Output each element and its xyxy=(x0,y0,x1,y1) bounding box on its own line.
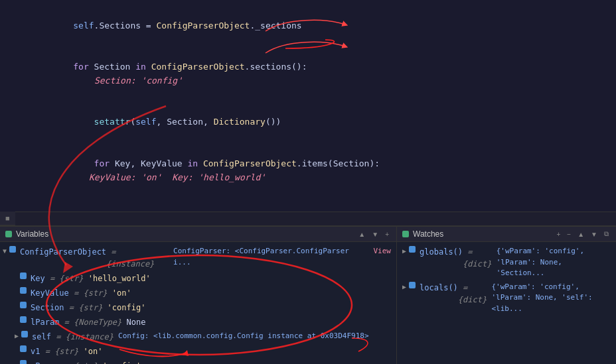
debug-toolbar: ■ xyxy=(0,212,15,225)
code-text: for Section in ConfigParserObject.sectio… xyxy=(21,46,611,101)
watch-type: = {dict} xyxy=(458,282,492,306)
var-toolbar-btn-2[interactable]: ▼ xyxy=(370,230,380,239)
expand-icon-self: ▶ xyxy=(15,331,19,341)
var-toolbar-btn-3[interactable]: + xyxy=(383,230,391,239)
code-line-1: self.Sections = ConfigParserObject._sect… xyxy=(0,5,616,46)
expand-icon-locals: ▶ xyxy=(402,282,406,292)
watches-list: ▶ globals() = {dict} {'wParam': 'config'… xyxy=(397,242,616,364)
bottom-panel: Variables ▲ ▼ + ▼ ConfigParserObject = {… xyxy=(0,225,616,364)
line-number xyxy=(0,102,21,143)
var-value: ConfigParser: <ConfigParser.ConfigParser… xyxy=(173,246,370,268)
debug-btn-1[interactable]: ■ xyxy=(5,214,10,222)
var-type-icon xyxy=(20,345,27,352)
var-type-icon xyxy=(20,287,27,294)
line-number xyxy=(0,5,21,46)
variables-panel-header: Variables ▲ ▼ + xyxy=(0,227,396,242)
var-name: Key xyxy=(31,273,45,284)
var-type: = {instance} xyxy=(51,331,118,343)
code-text: self.Sections = ConfigParserObject._sect… xyxy=(21,5,611,46)
watch-name: globals() xyxy=(420,246,463,258)
var-item-keyvalue[interactable]: KeyValue = {str} 'on' xyxy=(0,286,396,300)
var-name: wParam xyxy=(31,360,59,364)
var-name: lParam xyxy=(31,316,59,328)
var-value: 'on' xyxy=(83,345,102,357)
var-type-icon xyxy=(20,273,27,279)
watch-item-locals[interactable]: ▶ locals() = {dict} {'wParam': 'config',… xyxy=(397,280,616,316)
code-line-3: setattr(self, Section, Dictionary()) xyxy=(0,102,616,143)
code-editor: self.Sections = ConfigParserObject._sect… xyxy=(0,0,616,212)
var-name: self xyxy=(32,331,51,343)
var-name: ConfigParserObject xyxy=(20,246,106,258)
var-item-section[interactable]: Section = {str} 'config' xyxy=(0,300,396,315)
var-type: = {str} xyxy=(59,360,102,364)
watch-toolbar-btn-1[interactable]: + xyxy=(555,230,563,239)
var-value: Config: <lib.common.config.Config instan… xyxy=(118,331,369,342)
var-toolbar-btn-1[interactable]: ▲ xyxy=(356,230,367,239)
variables-title: Variables xyxy=(16,229,48,239)
watches-icon xyxy=(402,231,409,237)
watch-toolbar-btn-5[interactable]: ⧉ xyxy=(602,229,611,239)
watch-toolbar-btn-2[interactable]: − xyxy=(565,230,573,239)
var-name: Section xyxy=(31,302,64,314)
code-text: for Key, KeyValue in ConfigParserObject.… xyxy=(21,143,611,198)
var-item-configparser[interactable]: ▼ ConfigParserObject = {instance} Config… xyxy=(0,245,396,271)
var-item-self[interactable]: ▶ self = {instance} Config: <lib.common.… xyxy=(0,330,396,344)
code-line-5: try: xyxy=(0,198,616,212)
var-value: 'config' xyxy=(108,302,146,314)
code-text: setattr(self, Section, Dictionary()) xyxy=(21,102,611,143)
var-name: KeyValue xyxy=(31,287,69,299)
variables-icon xyxy=(5,231,12,237)
line-number xyxy=(0,46,21,101)
panel-toolbar: ▲ ▼ + xyxy=(356,230,391,239)
watches-toolbar: + − ▲ ▼ ⧉ xyxy=(555,229,611,239)
watches-panel-header: Watches + − ▲ ▼ ⧉ xyxy=(397,227,616,242)
line-number xyxy=(0,143,21,198)
code-line-4: for Key, KeyValue in ConfigParserObject.… xyxy=(0,143,616,198)
watch-value: {'wParam': 'config', 'lParam': None, 'Se… xyxy=(497,246,611,279)
var-type-icon xyxy=(20,316,27,323)
line-number xyxy=(0,198,21,212)
watches-panel: Watches + − ▲ ▼ ⧉ ▶ globals() = {dict} {… xyxy=(397,227,616,364)
variables-panel: Variables ▲ ▼ + ▼ ConfigParserObject = {… xyxy=(0,227,397,364)
variables-list: ▼ ConfigParserObject = {instance} Config… xyxy=(0,242,396,364)
watch-item-globals[interactable]: ▶ globals() = {dict} {'wParam': 'config'… xyxy=(397,245,616,280)
var-type: = {NoneType} xyxy=(59,316,126,328)
expand-icon: ▼ xyxy=(3,246,7,256)
var-value: 'config' xyxy=(102,360,141,364)
var-value: 'hello_world' xyxy=(88,273,151,284)
watches-title: Watches xyxy=(413,229,443,239)
watch-type-icon xyxy=(409,246,416,253)
code-text: try: xyxy=(21,198,611,212)
var-type: = {str} xyxy=(45,273,88,284)
var-view-link[interactable]: View xyxy=(374,246,392,257)
var-name: v1 xyxy=(31,345,40,357)
var-item-key[interactable]: Key = {str} 'hello_world' xyxy=(0,271,396,286)
var-type: = {instance} xyxy=(106,246,173,270)
watch-toolbar-btn-3[interactable]: ▲ xyxy=(576,230,586,239)
var-value: 'on' xyxy=(112,287,131,299)
watch-name: locals() xyxy=(420,282,458,294)
var-item-wparam[interactable]: wParam = {str} 'config' xyxy=(0,359,396,364)
expand-icon-globals: ▶ xyxy=(402,246,406,256)
var-type: = {str} xyxy=(64,302,108,314)
var-item-v1[interactable]: v1 = {str} 'on' xyxy=(0,344,396,359)
var-type-icon xyxy=(20,302,27,308)
var-item-lparam[interactable]: lParam = {NoneType} None xyxy=(0,315,396,330)
var-type: = {str} xyxy=(69,287,112,299)
var-type: = {str} xyxy=(40,345,83,357)
watch-type-icon xyxy=(409,282,416,288)
var-type-icon xyxy=(20,360,27,364)
var-type-icon xyxy=(21,331,28,337)
var-type-icon xyxy=(9,246,16,253)
watch-type: = {dict} xyxy=(463,246,497,270)
code-content: self.Sections = ConfigParserObject._sect… xyxy=(0,0,616,212)
watch-value: {'wParam': 'config', 'lParam': None, 'se… xyxy=(491,282,611,315)
watch-toolbar-btn-4[interactable]: ▼ xyxy=(589,230,599,239)
code-line-2: for Section in ConfigParserObject.sectio… xyxy=(0,46,616,101)
var-value: None xyxy=(127,316,146,328)
